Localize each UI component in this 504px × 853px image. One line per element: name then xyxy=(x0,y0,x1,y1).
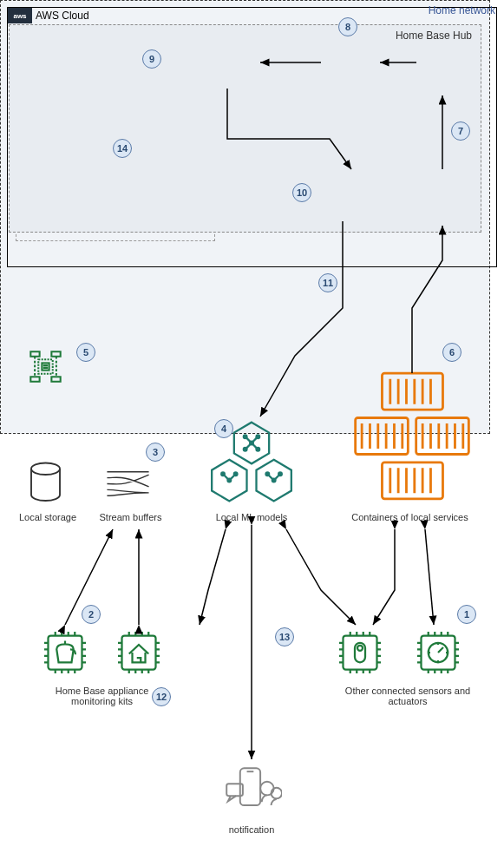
svg-rect-51 xyxy=(344,636,377,670)
appliance-kits-label: Home Base appliance monitoring kits xyxy=(35,686,169,706)
badge-10: 10 xyxy=(292,183,311,202)
home-network-title: Home network xyxy=(429,4,495,16)
badge-3: 3 xyxy=(146,443,165,462)
badge-1: 1 xyxy=(457,605,476,624)
badge-7: 7 xyxy=(451,121,470,141)
local-storage-label: Local storage xyxy=(13,512,82,522)
containers-icon xyxy=(351,369,473,503)
svg-point-33 xyxy=(31,463,60,476)
sensor-gauge-chip-icon xyxy=(412,627,464,679)
home-base-hub-container: Home Base Hub xyxy=(9,24,481,233)
badge-6: 6 xyxy=(442,343,461,362)
local-ml-label: Local ML models xyxy=(204,512,299,522)
stream-buffers-icon xyxy=(104,464,152,503)
badge-5: 5 xyxy=(76,343,95,362)
aws-cloud-title: AWS Cloud xyxy=(36,10,89,22)
svg-rect-46 xyxy=(356,418,409,455)
containers-label: Containers of local services xyxy=(334,512,486,522)
greengrass-core-icon xyxy=(22,343,69,390)
local-storage-icon xyxy=(26,460,65,508)
appliance-kettle-chip-icon xyxy=(39,627,91,679)
svg-point-53 xyxy=(357,646,363,651)
sensors-label: Other connected sensors and actuators xyxy=(343,686,473,706)
hub-title: Home Base Hub xyxy=(396,30,472,42)
svg-rect-50 xyxy=(122,636,156,670)
svg-rect-31 xyxy=(38,359,53,374)
svg-rect-32 xyxy=(42,363,49,370)
badge-8: 8 xyxy=(338,17,357,36)
appliance-house-chip-icon xyxy=(113,627,165,679)
badge-14: 14 xyxy=(113,139,132,158)
svg-rect-49 xyxy=(49,636,82,670)
sensor-switch-chip-icon xyxy=(334,627,386,679)
aws-logo-icon: aws xyxy=(8,8,32,23)
badge-4: 4 xyxy=(214,419,233,438)
badge-2: 2 xyxy=(82,605,101,624)
notification-icon xyxy=(221,764,282,820)
badge-11: 11 xyxy=(318,273,337,292)
badge-9: 9 xyxy=(142,49,161,69)
badge-13: 13 xyxy=(275,627,294,646)
svg-rect-47 xyxy=(416,418,469,455)
notification-label: notification xyxy=(221,824,282,835)
stream-buffers-label: Stream buffers xyxy=(94,512,167,522)
badge-12: 12 xyxy=(152,687,171,706)
